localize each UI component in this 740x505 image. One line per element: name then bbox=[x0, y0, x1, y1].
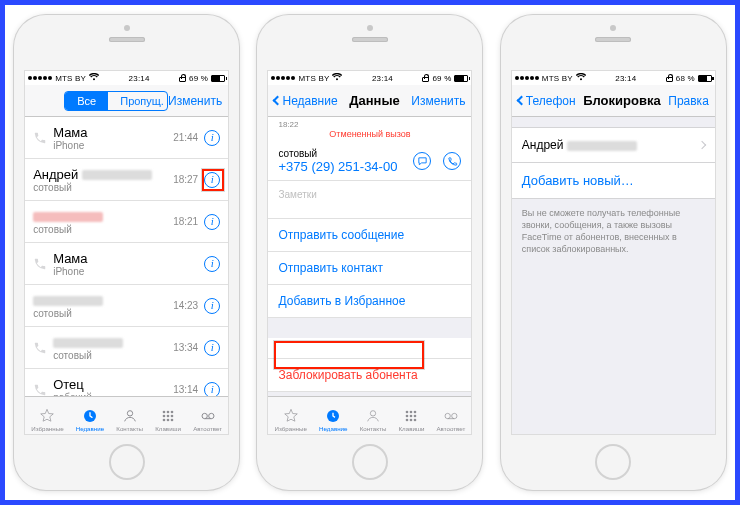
row-time: 18:21 bbox=[173, 216, 198, 227]
row-time: 13:14 bbox=[173, 384, 198, 395]
edit-button[interactable]: Изменить bbox=[168, 94, 222, 108]
info-icon[interactable]: i bbox=[204, 340, 220, 356]
row-name bbox=[33, 293, 173, 308]
row-name: Мама bbox=[53, 251, 198, 266]
info-icon[interactable]: i bbox=[204, 382, 220, 397]
speaker-slot bbox=[352, 37, 388, 42]
call-row[interactable]: Мама iPhone i bbox=[25, 243, 228, 285]
tab-label: Недавние bbox=[76, 425, 104, 432]
tab-bar: Избранные Недавние Контакты Клавиши Авто… bbox=[25, 396, 228, 434]
edit-button[interactable]: Правка bbox=[668, 94, 709, 108]
spacer bbox=[268, 318, 471, 338]
keypad-icon bbox=[159, 408, 177, 424]
message-icon[interactable] bbox=[413, 152, 431, 170]
signal-dots-icon bbox=[271, 76, 295, 80]
call-row[interactable]: Мама iPhone 21:44 i bbox=[25, 117, 228, 159]
tab-bar: Избранные Недавние Контакты Клавиши Авто… bbox=[268, 396, 471, 434]
home-button[interactable] bbox=[352, 444, 388, 480]
svg-point-16 bbox=[406, 411, 409, 414]
send-message-button[interactable]: Отправить сообщение bbox=[268, 218, 471, 252]
tab-recents[interactable]: Недавние bbox=[319, 408, 347, 432]
info-icon[interactable]: i bbox=[204, 298, 220, 314]
share-contact-button[interactable]: Отправить контакт bbox=[268, 252, 471, 285]
row-name: Андрей bbox=[33, 167, 173, 182]
tab-label: Избранные bbox=[275, 425, 307, 432]
blurred-name bbox=[33, 296, 103, 306]
row-small-time: 18:22 bbox=[268, 117, 471, 129]
back-button[interactable]: Недавние bbox=[274, 94, 337, 108]
home-button[interactable] bbox=[109, 444, 145, 480]
call-row[interactable]: сотовый 13:34 i bbox=[25, 327, 228, 369]
tab-favorites[interactable]: Избранные bbox=[31, 408, 63, 432]
segment-missed[interactable]: Пропущ. bbox=[108, 92, 168, 110]
status-bar: MTS BY 23:14 69 % bbox=[268, 71, 471, 85]
clock-icon bbox=[324, 408, 342, 424]
row-sub: iPhone bbox=[53, 266, 198, 277]
call-row[interactable]: сотовый 18:21 i bbox=[25, 201, 228, 243]
call-icon[interactable] bbox=[443, 152, 461, 170]
speaker-slot bbox=[109, 37, 145, 42]
svg-point-15 bbox=[370, 411, 375, 416]
wifi-icon bbox=[576, 73, 586, 83]
svg-point-3 bbox=[167, 411, 170, 414]
blurred-name bbox=[33, 212, 103, 222]
tab-label: Недавние bbox=[319, 425, 347, 432]
contact-icon bbox=[121, 408, 139, 424]
svg-point-17 bbox=[410, 411, 413, 414]
row-sub: сотовый bbox=[33, 308, 173, 319]
svg-point-5 bbox=[163, 415, 166, 418]
tab-favorites[interactable]: Избранные bbox=[275, 408, 307, 432]
segment-all[interactable]: Все bbox=[65, 92, 108, 110]
tab-label: Контакты bbox=[360, 425, 387, 432]
battery-pct: 69 % bbox=[432, 74, 451, 83]
svg-point-22 bbox=[406, 419, 409, 422]
svg-point-12 bbox=[208, 413, 213, 418]
clock-label: 23:14 bbox=[615, 74, 636, 83]
svg-point-6 bbox=[167, 415, 170, 418]
contact-icon bbox=[364, 408, 382, 424]
row-name bbox=[53, 335, 173, 350]
notes-field[interactable]: Заметки bbox=[268, 181, 471, 218]
signal-dots-icon bbox=[28, 76, 52, 80]
carrier-label: MTS BY bbox=[55, 74, 86, 83]
tab-label: Клавиши bbox=[155, 425, 181, 432]
info-icon[interactable]: i bbox=[204, 214, 220, 230]
svg-point-11 bbox=[202, 413, 207, 418]
recents-list[interactable]: Мама iPhone 21:44 i Андрей сотовый 18:27… bbox=[25, 117, 228, 396]
block-caller-button[interactable]: Заблокировать абонента bbox=[268, 358, 471, 392]
chevron-right-icon bbox=[698, 141, 706, 149]
info-icon[interactable]: i bbox=[204, 130, 220, 146]
row-sub: сотовый bbox=[53, 350, 173, 361]
call-row[interactable]: Андрей сотовый 18:27 i bbox=[25, 159, 228, 201]
info-icon[interactable]: i bbox=[204, 256, 220, 272]
chevron-left-icon bbox=[516, 96, 526, 106]
tab-label: Автоответ bbox=[193, 425, 222, 432]
edit-button[interactable]: Изменить bbox=[411, 94, 465, 108]
segmented-control[interactable]: Все Пропущ. bbox=[64, 91, 168, 111]
home-button[interactable] bbox=[595, 444, 631, 480]
voicemail-icon bbox=[199, 408, 217, 424]
svg-point-2 bbox=[163, 411, 166, 414]
nav-bar: Телефон Блокировка Правка bbox=[512, 85, 715, 117]
phone-1: MTS BY 23:14 69 % Все Пропущ. Изменить bbox=[14, 15, 239, 490]
tab-contacts[interactable]: Контакты bbox=[360, 408, 387, 432]
tab-contacts[interactable]: Контакты bbox=[116, 408, 143, 432]
outgoing-icon bbox=[33, 341, 47, 355]
tab-keypad[interactable]: Клавиши bbox=[155, 408, 181, 432]
tab-recents[interactable]: Недавние bbox=[76, 408, 104, 432]
call-row[interactable]: сотовый 14:23 i bbox=[25, 285, 228, 327]
tab-keypad[interactable]: Клавиши bbox=[399, 408, 425, 432]
add-to-favorites-button[interactable]: Добавить в Избранное bbox=[268, 285, 471, 318]
phone-number-row[interactable]: сотовый +375 (29) 251-34-00 bbox=[268, 142, 471, 181]
tab-voicemail[interactable]: Автоответ bbox=[436, 408, 465, 432]
add-new-button[interactable]: Добавить новый… bbox=[512, 163, 715, 199]
tab-voicemail[interactable]: Автоответ bbox=[193, 408, 222, 432]
call-row[interactable]: Отец рабочий 13:14 i bbox=[25, 369, 228, 396]
wifi-icon bbox=[332, 73, 342, 83]
blocked-contact-row[interactable]: Андрей bbox=[512, 127, 715, 163]
info-icon[interactable]: i bbox=[204, 172, 220, 188]
chevron-left-icon bbox=[273, 96, 283, 106]
speaker-slot bbox=[595, 37, 631, 42]
svg-point-7 bbox=[171, 415, 174, 418]
back-button[interactable]: Телефон bbox=[518, 94, 576, 108]
